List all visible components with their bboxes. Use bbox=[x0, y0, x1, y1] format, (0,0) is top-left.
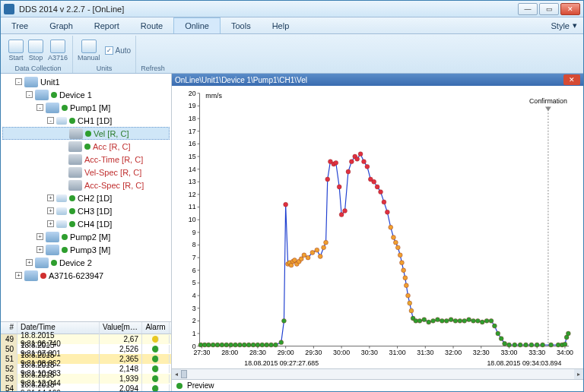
ribbon-group-refresh: Refresh bbox=[136, 36, 170, 73]
svg-point-136 bbox=[393, 240, 398, 245]
status-dot-icon bbox=[62, 105, 68, 111]
tree-node[interactable]: Acc-Time [R, C] bbox=[2, 153, 170, 166]
status-dot-icon bbox=[85, 131, 91, 137]
svg-point-108 bbox=[306, 255, 310, 260]
svg-point-131 bbox=[379, 190, 383, 194]
svg-text:16: 16 bbox=[189, 140, 196, 147]
tree-node[interactable]: -Unit1 bbox=[2, 75, 170, 88]
tree-node[interactable]: Acc-Spec [R, C] bbox=[2, 179, 170, 191]
tree-twister[interactable]: + bbox=[47, 220, 54, 227]
tree-node[interactable]: +Pump3 [M] bbox=[2, 243, 170, 256]
status-dot-icon bbox=[62, 234, 68, 240]
data-grid[interactable]: # Date/Time Value[mm/s] Alarm 4918.8.201… bbox=[1, 321, 171, 391]
close-button[interactable]: ✕ bbox=[560, 3, 580, 15]
minimize-button[interactable]: — bbox=[518, 3, 538, 15]
svg-text:32:00: 32:00 bbox=[445, 349, 462, 356]
a3716-button[interactable]: A3716 bbox=[48, 40, 68, 62]
ribbon-group-units: Manual ✓Auto Units bbox=[73, 36, 136, 73]
dev-icon bbox=[35, 258, 49, 268]
svg-point-95 bbox=[273, 343, 278, 347]
svg-text:28:30: 28:30 bbox=[249, 349, 266, 356]
scroll-thumb[interactable] bbox=[181, 370, 187, 378]
svg-point-106 bbox=[299, 257, 303, 261]
unit-icon bbox=[24, 270, 38, 281]
scroll-left-button[interactable]: ◂ bbox=[172, 369, 181, 379]
status-dot-icon bbox=[51, 260, 57, 266]
tree-twister[interactable]: + bbox=[36, 233, 43, 240]
tree-node[interactable]: +CH3 [1D] bbox=[2, 204, 170, 217]
chart-header: OnLine\Unit1\Device 1\Pump1\CH1\Vel ✕ bbox=[172, 74, 583, 86]
menu-tab-report[interactable]: Report bbox=[84, 17, 130, 33]
svg-text:33:00: 33:00 bbox=[500, 349, 517, 356]
tree-node[interactable]: -Device 1 bbox=[2, 88, 170, 101]
tree-node[interactable]: +CH2 [1D] bbox=[2, 191, 170, 204]
svg-point-168 bbox=[503, 341, 507, 346]
chart-scrollbar[interactable]: ◂ ▸ bbox=[172, 368, 583, 379]
menu-tab-route[interactable]: Route bbox=[130, 17, 173, 33]
play-icon bbox=[8, 40, 24, 53]
menu-tab-tree[interactable]: Tree bbox=[1, 17, 39, 33]
tree-twister[interactable]: + bbox=[47, 207, 54, 214]
tree-node[interactable]: +Device 2 bbox=[2, 256, 170, 269]
tree-twister[interactable]: - bbox=[36, 104, 43, 111]
chart-area[interactable]: 0123456789101112131415161718192027:3028:… bbox=[172, 86, 583, 368]
tree-node[interactable]: +CH4 [1D] bbox=[2, 217, 170, 230]
maximize-button[interactable]: ▭ bbox=[539, 3, 559, 15]
chevron-down-icon: ▾ bbox=[573, 21, 577, 30]
scroll-right-button[interactable]: ▸ bbox=[574, 369, 583, 379]
app-icon bbox=[4, 4, 14, 14]
svg-point-90 bbox=[251, 343, 256, 347]
tree-twister[interactable]: + bbox=[47, 194, 54, 201]
tree-twister[interactable]: - bbox=[47, 117, 54, 124]
titlebar[interactable]: DDS 2014 v 2.2.7 - [OnLine] — ▭ ✕ bbox=[1, 1, 583, 17]
preview-label[interactable]: Preview bbox=[187, 381, 214, 390]
tree-view[interactable]: -Unit1-Device 1-Pump1 [M]-CH1 [1D]Vel [R… bbox=[1, 74, 171, 321]
preview-bar: Preview bbox=[172, 379, 583, 391]
svg-point-138 bbox=[398, 253, 402, 258]
tree-twister[interactable]: - bbox=[15, 78, 22, 85]
svg-point-145 bbox=[409, 308, 414, 313]
m-icon bbox=[68, 141, 82, 152]
table-row[interactable]: 5418.8.2015 9:31:14.1662,094 bbox=[1, 384, 171, 391]
svg-text:5: 5 bbox=[192, 279, 196, 286]
style-dropdown[interactable]: Style ▾ bbox=[545, 17, 583, 33]
tree-node[interactable]: Vel-Spec [R, C] bbox=[2, 166, 170, 179]
svg-point-86 bbox=[233, 343, 238, 347]
stop-button[interactable]: Stop bbox=[28, 40, 43, 62]
tree-node[interactable]: Vel [R, C] bbox=[2, 127, 170, 140]
status-dot-icon bbox=[69, 208, 75, 214]
tree-node[interactable]: +A3716-623947 bbox=[2, 269, 170, 282]
svg-point-98 bbox=[284, 202, 288, 207]
tree-twister[interactable]: + bbox=[15, 272, 22, 279]
svg-point-85 bbox=[229, 343, 233, 347]
svg-point-163 bbox=[484, 318, 489, 323]
chart-close-button[interactable]: ✕ bbox=[563, 74, 580, 85]
svg-point-82 bbox=[215, 343, 220, 347]
tree-node[interactable]: Acc [R, C] bbox=[2, 140, 170, 153]
tree-node[interactable]: +Pump2 [M] bbox=[2, 230, 170, 243]
svg-point-154 bbox=[444, 318, 449, 323]
tree-node[interactable]: -Pump1 [M] bbox=[2, 101, 170, 114]
tree-twister[interactable]: + bbox=[26, 259, 33, 266]
svg-point-162 bbox=[480, 320, 484, 324]
tree-node[interactable]: -CH1 [1D] bbox=[2, 114, 170, 127]
tree-label: Pump2 [M] bbox=[70, 232, 110, 242]
svg-point-130 bbox=[375, 185, 379, 189]
tree-twister[interactable]: - bbox=[26, 91, 33, 98]
start-button[interactable]: Start bbox=[8, 40, 24, 62]
tree-label: Vel [R, C] bbox=[94, 129, 129, 138]
tree-label: Unit1 bbox=[40, 77, 60, 87]
menu-tab-graph[interactable]: Graph bbox=[39, 17, 84, 33]
tree-label: Pump3 [M] bbox=[70, 245, 110, 254]
auto-checkbox[interactable]: ✓Auto bbox=[105, 46, 132, 55]
svg-point-166 bbox=[496, 331, 500, 336]
tree-twister[interactable]: + bbox=[36, 246, 43, 253]
svg-point-81 bbox=[211, 343, 215, 347]
manual-button[interactable]: Manual bbox=[78, 40, 100, 62]
svg-point-172 bbox=[524, 343, 528, 347]
pump-icon bbox=[46, 103, 59, 113]
svg-text:15: 15 bbox=[189, 153, 196, 160]
menu-tab-help[interactable]: Help bbox=[262, 17, 300, 33]
menu-tab-tools[interactable]: Tools bbox=[221, 17, 262, 33]
menu-tab-online[interactable]: Online bbox=[173, 17, 221, 33]
